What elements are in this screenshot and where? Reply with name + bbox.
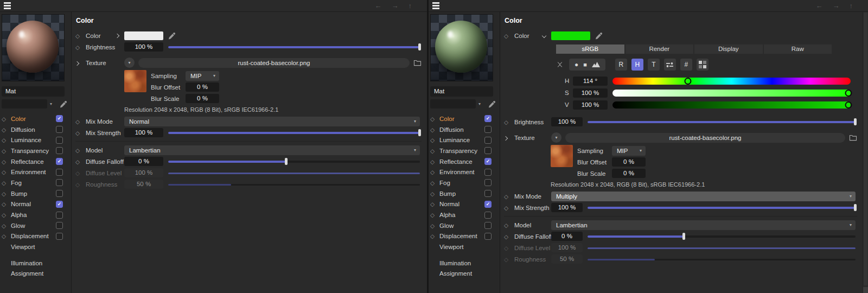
slider-handle[interactable] xyxy=(285,158,288,165)
channel-checkbox[interactable]: ✓ xyxy=(56,212,63,219)
channel-checkbox[interactable]: ✓ xyxy=(56,179,63,186)
spectrum-mode-icon[interactable] xyxy=(592,62,600,67)
swatches-mode-icon[interactable] xyxy=(697,59,709,71)
channel-row[interactable]: ◇ Color ✓ xyxy=(430,113,500,124)
eyedropper-icon[interactable] xyxy=(60,100,67,108)
slider-handle[interactable] xyxy=(682,233,685,240)
brightness-value[interactable]: 100 % xyxy=(551,117,583,126)
channel-row[interactable]: ◇ Reflectance ✓ xyxy=(430,156,500,167)
eyedropper-icon[interactable] xyxy=(595,32,603,40)
hex-mode-button[interactable]: # xyxy=(680,59,692,71)
material-preview[interactable] xyxy=(430,14,493,81)
channel-row[interactable]: ◇ Viewport ✓ xyxy=(2,241,71,252)
channel-row[interactable]: ◇ Fog ✓ xyxy=(2,177,71,188)
menu-icon[interactable] xyxy=(0,2,11,9)
channel-checkbox[interactable]: ✓ xyxy=(56,222,63,229)
saturation-slider[interactable] xyxy=(612,90,851,97)
slider-handle[interactable] xyxy=(418,43,421,50)
channel-row[interactable]: ◇ Transparency ✓ xyxy=(430,145,500,156)
up-icon[interactable]: ↑ xyxy=(409,2,412,9)
channel-checkbox[interactable]: ✓ xyxy=(484,115,492,122)
channel-row[interactable]: ◇ Alpha ✓ xyxy=(430,209,500,220)
mix-strength-value[interactable]: 100 % xyxy=(551,203,583,212)
expander-collapsed-icon[interactable] xyxy=(75,61,79,65)
model-dropdown[interactable]: Lambertian ▾ xyxy=(124,145,420,155)
hue-slider[interactable] xyxy=(612,78,851,85)
channel-checkbox[interactable]: ✓ xyxy=(484,233,492,240)
channel-row[interactable]: ◇ Assignment ✓ xyxy=(430,269,500,279)
channel-checkbox[interactable]: ✓ xyxy=(484,147,492,154)
channel-row[interactable]: ◇ Luminance ✓ xyxy=(2,135,71,145)
channel-row[interactable]: ◇ Luminance ✓ xyxy=(430,135,500,145)
channel-checkbox[interactable]: ✓ xyxy=(56,158,63,165)
sampling-dropdown[interactable]: MIP ▾ xyxy=(612,146,646,156)
channel-row[interactable]: ◇ Displacement ✓ xyxy=(2,231,71,242)
channel-row[interactable]: ◇ Alpha ✓ xyxy=(2,209,71,220)
channel-row[interactable]: ◇ Fog ✓ xyxy=(430,177,500,188)
slider-handle[interactable] xyxy=(685,78,692,85)
blur-scale-value[interactable]: 0 % xyxy=(612,169,646,178)
channel-checkbox[interactable]: ✓ xyxy=(56,233,63,240)
blur-offset-value[interactable]: 0 % xyxy=(612,157,646,167)
value-value[interactable]: 100 % xyxy=(573,100,608,110)
brightness-slider[interactable] xyxy=(168,43,420,50)
color-space-tab[interactable]: Raw xyxy=(764,44,832,54)
diffuse-falloff-slider[interactable] xyxy=(168,158,420,165)
material-selector-input[interactable] xyxy=(430,99,476,109)
channel-checkbox[interactable]: ✓ xyxy=(484,126,492,133)
temperature-mode-button[interactable]: T xyxy=(648,59,660,71)
menu-icon[interactable] xyxy=(429,2,439,9)
channel-checkbox[interactable]: ✓ xyxy=(484,212,492,219)
diffuse-falloff-value[interactable]: 0 % xyxy=(551,232,583,241)
channel-row[interactable]: ◇ Illumination ✓ xyxy=(430,258,500,269)
channel-row[interactable]: ◇ Bump ✓ xyxy=(2,188,71,199)
channel-checkbox[interactable]: ✓ xyxy=(56,201,63,208)
wheel-mode-icon[interactable]: ● xyxy=(575,61,578,68)
hsv-mode-button[interactable]: H xyxy=(631,59,643,71)
scrollbar-thumb[interactable] xyxy=(864,12,867,285)
mix-strength-slider[interactable] xyxy=(168,129,420,136)
material-name-field[interactable]: Mat xyxy=(430,86,493,97)
channel-checkbox[interactable]: ✓ xyxy=(484,137,492,144)
texture-filename[interactable]: rust-coated-basecolor.png xyxy=(138,58,410,68)
material-preview[interactable] xyxy=(2,14,65,81)
slider-handle[interactable] xyxy=(845,101,852,109)
channel-row[interactable]: ◇ Environment ✓ xyxy=(430,167,500,177)
channel-checkbox[interactable]: ✓ xyxy=(484,222,492,229)
color-space-tab[interactable]: sRGB xyxy=(556,44,624,54)
mix-strength-slider[interactable] xyxy=(588,204,856,211)
mix-mode-dropdown[interactable]: Multiply ▾ xyxy=(551,192,856,201)
channel-row[interactable]: ◇ Assignment ✓ xyxy=(2,269,71,279)
channel-checkbox[interactable]: ✓ xyxy=(56,147,63,154)
slider-handle[interactable] xyxy=(854,204,857,211)
channel-checkbox[interactable]: ✓ xyxy=(484,169,492,176)
channel-row[interactable]: ◇ Color ✓ xyxy=(2,113,71,124)
back-icon[interactable]: ← xyxy=(816,2,823,9)
channel-row[interactable]: ◇ Diffusion ✓ xyxy=(430,124,500,135)
channel-checkbox[interactable]: ✓ xyxy=(56,190,63,197)
channel-row[interactable]: ◇ Normal ✓ xyxy=(2,199,71,210)
slider-handle[interactable] xyxy=(854,118,857,125)
texture-filename[interactable]: rust-coated-basecolor.png xyxy=(565,133,845,143)
texture-menu-button[interactable]: ▾ xyxy=(124,58,135,68)
channel-row[interactable]: ◇ Viewport ✓ xyxy=(430,241,500,252)
channel-row[interactable]: ◇ Environment ✓ xyxy=(2,167,71,177)
vertical-scrollbar[interactable] xyxy=(863,12,868,293)
forward-icon[interactable]: → xyxy=(833,2,840,9)
color-swatch[interactable] xyxy=(124,31,163,40)
material-selector-input[interactable] xyxy=(2,99,47,109)
mix-strength-value[interactable]: 100 % xyxy=(124,128,163,137)
folder-icon[interactable] xyxy=(413,59,422,66)
hue-value[interactable]: 114 ° xyxy=(573,77,608,86)
channel-row[interactable]: ◇ Glow ✓ xyxy=(430,220,500,231)
square-mode-icon[interactable]: ■ xyxy=(583,62,587,68)
blur-scale-value[interactable]: 0 % xyxy=(186,94,219,103)
channel-row[interactable]: ◇ Displacement ✓ xyxy=(430,231,500,242)
channel-row[interactable]: ◇ Normal ✓ xyxy=(430,199,500,210)
forward-icon[interactable]: → xyxy=(392,2,399,9)
channel-row[interactable]: ◇ Transparency ✓ xyxy=(2,145,71,156)
brightness-value[interactable]: 100 % xyxy=(124,42,163,52)
texture-thumbnail[interactable] xyxy=(551,145,573,167)
chevron-down-icon[interactable]: ▾ xyxy=(50,102,52,106)
channel-checkbox[interactable]: ✓ xyxy=(484,179,492,186)
